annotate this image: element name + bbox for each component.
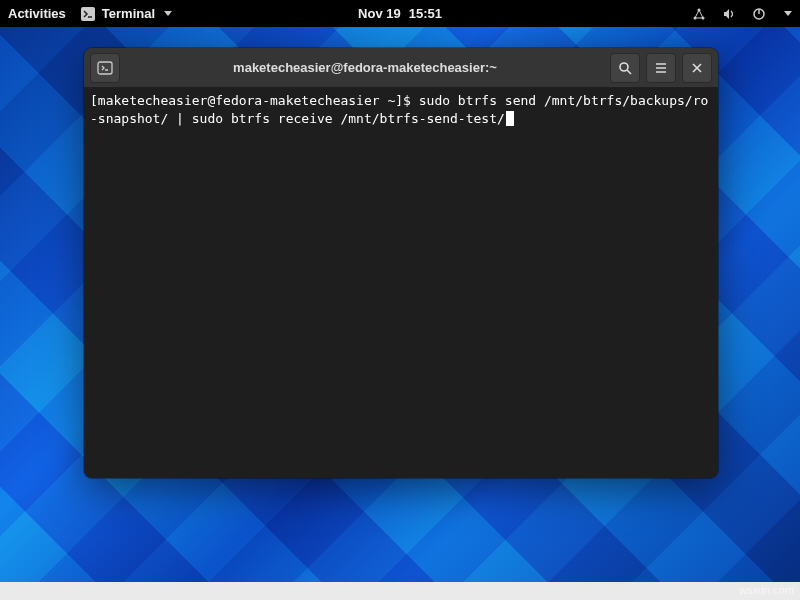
image-frame-border (0, 582, 800, 600)
shell-prompt: [maketecheasier@fedora-maketecheasier ~]… (90, 93, 419, 108)
chevron-down-icon (164, 11, 172, 16)
terminal-app-icon (80, 6, 96, 22)
close-button[interactable] (682, 53, 712, 83)
watermark: wsxdn.com (739, 584, 794, 596)
power-icon (751, 6, 767, 22)
hamburger-menu-button[interactable] (646, 53, 676, 83)
volume-icon (721, 6, 737, 22)
search-button[interactable] (610, 53, 640, 83)
system-status-area[interactable] (691, 6, 792, 22)
gnome-top-panel: Activities Terminal Nov 19 15:51 (0, 0, 800, 27)
panel-date: Nov 19 (358, 6, 401, 21)
app-menu[interactable]: Terminal (80, 6, 172, 22)
chevron-down-icon (784, 11, 792, 16)
svg-point-9 (620, 63, 628, 71)
terminal-window: maketecheasier@fedora-maketecheasier:~ [… (84, 48, 718, 478)
window-title: maketecheasier@fedora-maketecheasier:~ (126, 60, 604, 75)
terminal-output[interactable]: [maketecheasier@fedora-maketecheasier ~]… (84, 88, 718, 478)
panel-time: 15:51 (409, 6, 442, 21)
text-cursor (506, 111, 514, 126)
clock[interactable]: Nov 19 15:51 (358, 6, 442, 21)
svg-line-10 (627, 70, 631, 74)
activities-button[interactable]: Activities (8, 6, 66, 21)
window-titlebar[interactable]: maketecheasier@fedora-maketecheasier:~ (84, 48, 718, 88)
app-menu-label: Terminal (102, 6, 155, 21)
new-tab-button[interactable] (90, 53, 120, 83)
network-icon (691, 6, 707, 22)
svg-rect-7 (98, 62, 112, 74)
